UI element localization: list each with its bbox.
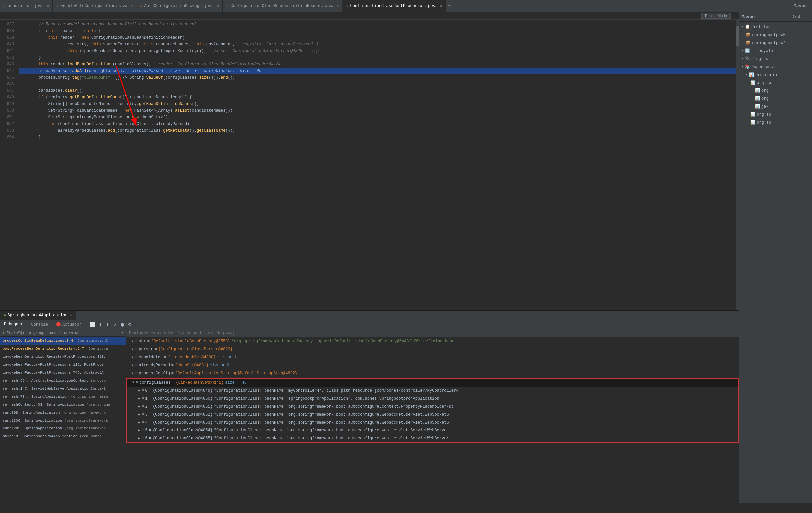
close-tab-0[interactable]: ✕ [47, 4, 49, 8]
maven-dep-org2[interactable]: 📊 org [739, 95, 812, 103]
session-tab-bar: ● Springbootpro4Application ✕ [0, 311, 739, 320]
settings-thread-icon[interactable]: ▾ [121, 331, 123, 335]
close-session-icon[interactable]: ✕ [70, 313, 72, 318]
actuator-icon: 🔴 [56, 322, 61, 327]
dependencies-arrow: ▼ [742, 64, 744, 70]
add-maven-btn[interactable]: ⊕ [798, 14, 802, 19]
step-over-btn[interactable]: ⬜ [88, 321, 96, 328]
run-to-cursor-btn[interactable]: ↗ [112, 321, 118, 328]
stack-frame-1[interactable]: postProcessBeanDefinitionRegistry:247, C… [0, 345, 126, 353]
maven-dep-org1[interactable]: 📊 org [739, 87, 812, 95]
maven-springbootpro4[interactable]: 📦 springbootpro4 [739, 39, 812, 47]
download-maven-btn[interactable]: ↓ [803, 14, 805, 19]
tab-enable-auto[interactable]: ☕ EnableAutoConfiguration.java ✕ [53, 0, 137, 12]
stack-frame-6[interactable]: refresh:147, ServletWebServerApplication… [0, 385, 126, 393]
stack-frame-7[interactable]: refresh:734, SpringApplication (org.spri… [0, 393, 126, 400]
code-line-654: } [19, 134, 736, 141]
orgsp-icon: 📊 [750, 80, 755, 86]
step-into-btn[interactable]: ⬇ [97, 321, 104, 328]
stack-frame-4[interactable]: invokeBeanFactoryPostProcessors:746, Abs… [0, 369, 126, 376]
maven-dependencies[interactable]: ▼ 📚 Dependenci [739, 63, 812, 71]
tab-auto-config-pkg[interactable]: ☕ AutoConfigurationPackage.java ✕ [137, 0, 223, 12]
springbootpro4-icon: 📦 [746, 39, 751, 46]
expand-candidates[interactable]: ▶ [132, 354, 134, 361]
maven-plugins[interactable]: ▶ 🔌 Plugins [739, 55, 812, 63]
maven-dep-orgsp3[interactable]: 📊 org.sp [739, 119, 812, 127]
maven-dep-orgsp[interactable]: 📊 org.sp [739, 79, 812, 87]
maven-dep-orgsprin[interactable]: ▶ 📊 org.sprin [739, 71, 812, 79]
code-line-640: registry, this.sourceExtractor, this.res… [19, 41, 736, 48]
expand-3[interactable]: ▶ [138, 411, 140, 418]
maven-dep-orgsp2[interactable]: 📊 org.sp [739, 111, 812, 119]
config-class-2: ▶ ≡ 2 = {ConfigurationClass@4851} "Confi… [127, 402, 738, 411]
java-file-icon-green: ☕ [56, 3, 58, 8]
var-candidates: ▶ ≡ candidates = {LinkedHashSet@4830} si… [126, 353, 739, 361]
step-out-btn[interactable]: ⬆ [105, 321, 111, 328]
jak-icon: 📊 [755, 103, 760, 110]
expand-4[interactable]: ▶ [138, 419, 140, 426]
scrollbar-thumb[interactable] [736, 26, 739, 46]
plus-maven-btn[interactable]: + [807, 14, 809, 19]
code-line-649: String[] newCandidateNames = registry.ge… [19, 101, 736, 108]
expand-already-parsed[interactable]: ▶ [132, 362, 134, 369]
stack-frame-5[interactable]: refresh:564, AbstractApplicationContext … [0, 376, 126, 385]
tab-debugger[interactable]: Debugger [0, 320, 27, 329]
maven-lifecycle[interactable]: ▶ 🔄 Lifecycle [739, 47, 812, 55]
stack-frame-0[interactable]: processConfigBeanDefinitions:344, Config… [0, 337, 126, 345]
stack-frame-9[interactable]: run:308, SpringApplication (org.springfr… [0, 409, 126, 417]
tab-config-bean-reader[interactable]: ☕ ConfigurationClassBeanDefinitionReader… [223, 0, 343, 12]
code-content: // Read the model and create bean defini… [17, 20, 739, 310]
expand-0[interactable]: ▶ [138, 387, 140, 394]
lifecycle-arrow: ▶ [742, 48, 744, 54]
check-icon: ✓ [733, 13, 736, 19]
maven-profiles[interactable]: ▶ 📋 Profiles [739, 23, 812, 31]
expand-6[interactable]: ▶ [138, 435, 140, 442]
config-class-5: ▶ ≡ 5 = {ConfigurationClass@4854} "Confi… [127, 426, 738, 434]
expand-process-config[interactable]: ▶ [132, 370, 134, 376]
stack-frame-11[interactable]: run:1295, SpringApplication (org.springf… [0, 424, 126, 432]
reader-bar: Reader Mode ✓ [0, 12, 739, 20]
expand-parser[interactable]: ▶ [132, 346, 134, 353]
plugins-arrow: ▶ [742, 56, 744, 62]
stack-frame-2[interactable]: invokeBeanDefinitionRegistryPostProcesso… [0, 353, 126, 361]
maven-dep-jak[interactable]: 📊 jak [739, 103, 812, 111]
code-editor: 637 638 639 640 641 642 643 644 645 646 … [0, 20, 739, 310]
maven-springbootpro0[interactable]: 📦 springbootpro0 [739, 31, 812, 39]
org2-icon: 📊 [755, 95, 760, 102]
config-class-3: ▶ ≡ 3 = {ConfigurationClass@4852} "Confi… [127, 411, 738, 419]
close-tab-2[interactable]: ✕ [217, 4, 219, 8]
config-class-0: ▶ ≡ 0 = {ConfigurationClass@4849} "Confi… [127, 387, 738, 395]
expand-5[interactable]: ▶ [138, 427, 140, 434]
stack-frame-3[interactable]: invokeBeanFactoryPostProcessors:112, Pos… [0, 361, 126, 369]
stack-frame-8[interactable]: refreshContext:408, SpringApplication (o… [0, 400, 126, 409]
stack-frame-10[interactable]: run:1306, SpringApplication (org.springf… [0, 417, 126, 424]
maven-tab[interactable]: Maven [788, 3, 812, 8]
tab-annotation[interactable]: ☕ annotation.java ✕ [0, 0, 53, 12]
expand-config-classes[interactable]: ▼ [133, 379, 135, 386]
code-line-646 [19, 81, 736, 88]
session-tab[interactable]: ● Springbootpro4Application ✕ [0, 311, 76, 320]
more-tabs[interactable]: ⋯ [445, 3, 453, 8]
tab-config-post-processor[interactable]: ☕ ConfigurationClassPostProcessor.java ✕ [343, 0, 445, 12]
java-file-icon-blue: ☕ [226, 3, 228, 8]
tab-console[interactable]: Console [27, 320, 52, 329]
var-config-classes: ▼ ≡ configClasses = {LinkedHashSet@4141}… [127, 379, 738, 387]
expand-1[interactable]: ▶ [138, 395, 140, 402]
evaluate-btn[interactable]: ⬢ [119, 321, 126, 328]
reader-mode-button[interactable]: Reader Mode [701, 13, 731, 19]
close-tab-3[interactable]: ✕ [337, 4, 339, 8]
refresh-maven-btn[interactable]: ↻ [792, 14, 796, 19]
java-file-icon: ☕ [3, 3, 6, 8]
var-sbr: ▶ ≡ sbr = {DefaultListableBeanFactory@35… [126, 337, 739, 345]
stack-frame-12[interactable]: main:10, SpringbootpRo4Application (com.… [0, 432, 126, 441]
editor-area: Reader Mode ✓ 637 638 639 640 641 642 64… [0, 12, 739, 503]
close-tab-4[interactable]: ✕ [440, 4, 442, 8]
filter-icon[interactable]: ⚇ [117, 331, 119, 335]
close-tab-1[interactable]: ✕ [131, 4, 133, 8]
settings-btn[interactable]: ⚙ [126, 321, 134, 328]
tab-actuator[interactable]: 🔴 Actuator [52, 320, 86, 329]
thread-header: ● "main"@1 in group "main": RUNNING ⚇ ▾ [0, 329, 126, 337]
scrollbar-track[interactable] [736, 20, 739, 310]
expand-2[interactable]: ▶ [138, 403, 140, 410]
expand-sbr[interactable]: ▶ [132, 338, 134, 345]
